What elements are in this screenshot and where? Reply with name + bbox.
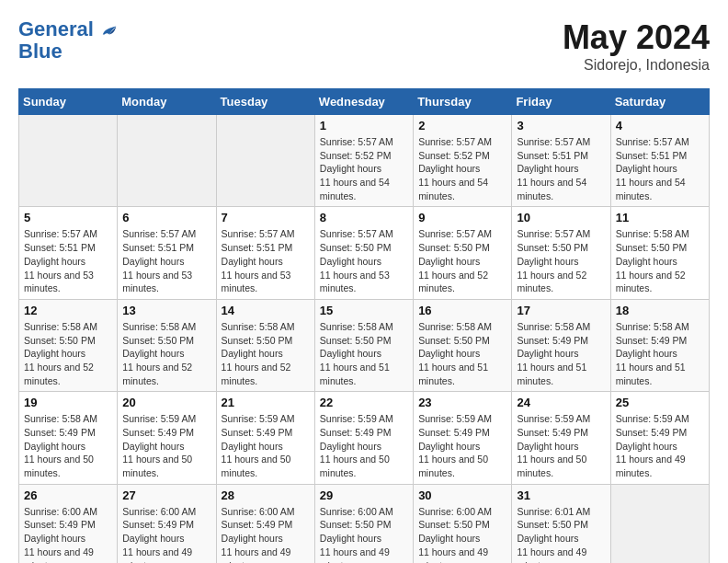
day-info: Sunrise: 5:57 AMSunset: 5:52 PMDaylight … <box>418 135 506 202</box>
day-info: Sunrise: 5:57 AMSunset: 5:51 PMDaylight … <box>122 227 210 294</box>
day-info: Sunrise: 6:00 AMSunset: 5:49 PMDaylight … <box>222 505 310 563</box>
calendar-cell: 27Sunrise: 6:00 AMSunset: 5:49 PMDayligh… <box>118 484 216 563</box>
calendar-table: SundayMondayTuesdayWednesdayThursdayFrid… <box>18 88 710 563</box>
day-info: Sunrise: 5:58 AMSunset: 5:49 PMDaylight … <box>24 412 112 479</box>
day-number: 21 <box>222 396 310 409</box>
calendar-cell: 23Sunrise: 5:59 AMSunset: 5:49 PMDayligh… <box>414 392 512 484</box>
logo-bird-icon <box>101 22 118 39</box>
calendar-cell: 6Sunrise: 5:57 AMSunset: 5:51 PMDaylight… <box>118 207 216 299</box>
day-number: 14 <box>222 304 310 317</box>
day-number: 20 <box>122 396 210 409</box>
day-info: Sunrise: 6:00 AMSunset: 5:50 PMDaylight … <box>418 505 506 563</box>
day-number: 18 <box>616 304 704 317</box>
calendar-cell: 7Sunrise: 5:57 AMSunset: 5:51 PMDaylight… <box>216 207 314 299</box>
day-info: Sunrise: 5:59 AMSunset: 5:49 PMDaylight … <box>320 412 408 479</box>
calendar-cell <box>216 115 314 207</box>
calendar-cell <box>610 484 709 563</box>
calendar-cell: 1Sunrise: 5:57 AMSunset: 5:52 PMDaylight… <box>314 115 413 207</box>
day-number: 13 <box>122 304 210 317</box>
day-info: Sunrise: 6:00 AMSunset: 5:49 PMDaylight … <box>24 505 112 563</box>
day-number: 28 <box>222 488 310 502</box>
calendar-cell: 29Sunrise: 6:00 AMSunset: 5:50 PMDayligh… <box>314 484 413 563</box>
day-number: 17 <box>517 304 605 317</box>
calendar-cell: 10Sunrise: 5:57 AMSunset: 5:50 PMDayligh… <box>512 207 610 299</box>
day-number: 4 <box>616 119 704 132</box>
calendar-cell: 12Sunrise: 5:58 AMSunset: 5:50 PMDayligh… <box>19 299 118 391</box>
weekday-header-wednesday: Wednesday <box>314 89 413 115</box>
day-info: Sunrise: 5:58 AMSunset: 5:50 PMDaylight … <box>24 320 112 387</box>
weekday-header-friday: Friday <box>512 89 610 115</box>
day-info: Sunrise: 5:58 AMSunset: 5:50 PMDaylight … <box>616 227 704 294</box>
logo-text-blue: Blue <box>18 40 118 63</box>
day-info: Sunrise: 5:59 AMSunset: 5:49 PMDaylight … <box>122 412 210 479</box>
day-number: 30 <box>418 488 506 502</box>
day-number: 31 <box>517 488 605 502</box>
calendar-cell: 14Sunrise: 5:58 AMSunset: 5:50 PMDayligh… <box>216 299 314 391</box>
calendar-cell: 15Sunrise: 5:58 AMSunset: 5:50 PMDayligh… <box>314 299 413 391</box>
day-number: 24 <box>517 396 605 409</box>
day-info: Sunrise: 5:57 AMSunset: 5:51 PMDaylight … <box>616 135 704 202</box>
day-info: Sunrise: 5:59 AMSunset: 5:49 PMDaylight … <box>616 412 704 479</box>
day-number: 22 <box>320 396 408 409</box>
calendar-cell: 30Sunrise: 6:00 AMSunset: 5:50 PMDayligh… <box>414 484 512 563</box>
calendar-cell: 18Sunrise: 5:58 AMSunset: 5:49 PMDayligh… <box>610 299 709 391</box>
day-info: Sunrise: 5:57 AMSunset: 5:51 PMDaylight … <box>24 227 112 294</box>
calendar-cell: 9Sunrise: 5:57 AMSunset: 5:50 PMDaylight… <box>414 207 512 299</box>
calendar-cell: 2Sunrise: 5:57 AMSunset: 5:52 PMDaylight… <box>414 115 512 207</box>
day-info: Sunrise: 5:59 AMSunset: 5:49 PMDaylight … <box>418 412 506 479</box>
calendar-cell: 31Sunrise: 6:01 AMSunset: 5:50 PMDayligh… <box>512 484 610 563</box>
calendar-cell <box>118 115 216 207</box>
weekday-header-sunday: Sunday <box>19 89 118 115</box>
day-number: 10 <box>517 211 605 224</box>
day-number: 19 <box>24 396 112 409</box>
day-info: Sunrise: 5:57 AMSunset: 5:50 PMDaylight … <box>517 227 605 294</box>
logo: General Blue <box>18 18 118 63</box>
day-number: 15 <box>320 304 408 317</box>
calendar-week-4: 19Sunrise: 5:58 AMSunset: 5:49 PMDayligh… <box>19 392 710 484</box>
calendar-cell: 21Sunrise: 5:59 AMSunset: 5:49 PMDayligh… <box>216 392 314 484</box>
day-info: Sunrise: 5:58 AMSunset: 5:50 PMDaylight … <box>320 320 408 387</box>
day-number: 3 <box>517 119 605 132</box>
weekday-header-saturday: Saturday <box>610 89 709 115</box>
day-number: 29 <box>320 488 408 502</box>
day-number: 27 <box>122 488 210 502</box>
calendar-cell: 25Sunrise: 5:59 AMSunset: 5:49 PMDayligh… <box>610 392 709 484</box>
calendar-cell: 28Sunrise: 6:00 AMSunset: 5:49 PMDayligh… <box>216 484 314 563</box>
weekday-header-monday: Monday <box>118 89 216 115</box>
logo-text-general: General <box>18 17 94 40</box>
day-info: Sunrise: 5:59 AMSunset: 5:49 PMDaylight … <box>517 412 605 479</box>
day-info: Sunrise: 5:58 AMSunset: 5:50 PMDaylight … <box>222 320 310 387</box>
title-block: May 2024 Sidorejo, Indonesia <box>563 18 710 74</box>
calendar-week-3: 12Sunrise: 5:58 AMSunset: 5:50 PMDayligh… <box>19 299 710 391</box>
day-info: Sunrise: 5:57 AMSunset: 5:52 PMDaylight … <box>320 135 408 202</box>
day-number: 2 <box>418 119 506 132</box>
day-number: 1 <box>320 119 408 132</box>
calendar-cell: 16Sunrise: 5:58 AMSunset: 5:50 PMDayligh… <box>414 299 512 391</box>
day-number: 6 <box>122 211 210 224</box>
calendar-cell: 20Sunrise: 5:59 AMSunset: 5:49 PMDayligh… <box>118 392 216 484</box>
month-title: May 2024 <box>563 18 710 57</box>
calendar-week-2: 5Sunrise: 5:57 AMSunset: 5:51 PMDaylight… <box>19 207 710 299</box>
weekday-header-thursday: Thursday <box>414 89 512 115</box>
calendar-cell: 5Sunrise: 5:57 AMSunset: 5:51 PMDaylight… <box>19 207 118 299</box>
day-number: 25 <box>616 396 704 409</box>
calendar-cell: 11Sunrise: 5:58 AMSunset: 5:50 PMDayligh… <box>610 207 709 299</box>
day-info: Sunrise: 5:58 AMSunset: 5:50 PMDaylight … <box>418 320 506 387</box>
day-number: 26 <box>24 488 112 502</box>
day-number: 8 <box>320 211 408 224</box>
day-info: Sunrise: 5:57 AMSunset: 5:51 PMDaylight … <box>222 227 310 294</box>
location-subtitle: Sidorejo, Indonesia <box>563 57 710 74</box>
day-info: Sunrise: 5:57 AMSunset: 5:50 PMDaylight … <box>320 227 408 294</box>
weekday-header-row: SundayMondayTuesdayWednesdayThursdayFrid… <box>19 89 710 115</box>
day-info: Sunrise: 5:59 AMSunset: 5:49 PMDaylight … <box>222 412 310 479</box>
day-info: Sunrise: 5:58 AMSunset: 5:49 PMDaylight … <box>616 320 704 387</box>
day-number: 5 <box>24 211 112 224</box>
day-info: Sunrise: 5:58 AMSunset: 5:50 PMDaylight … <box>122 320 210 387</box>
day-number: 16 <box>418 304 506 317</box>
calendar-cell: 4Sunrise: 5:57 AMSunset: 5:51 PMDaylight… <box>610 115 709 207</box>
day-info: Sunrise: 5:57 AMSunset: 5:51 PMDaylight … <box>517 135 605 202</box>
day-number: 11 <box>616 211 704 224</box>
calendar-cell: 22Sunrise: 5:59 AMSunset: 5:49 PMDayligh… <box>314 392 413 484</box>
calendar-cell: 26Sunrise: 6:00 AMSunset: 5:49 PMDayligh… <box>19 484 118 563</box>
day-number: 23 <box>418 396 506 409</box>
